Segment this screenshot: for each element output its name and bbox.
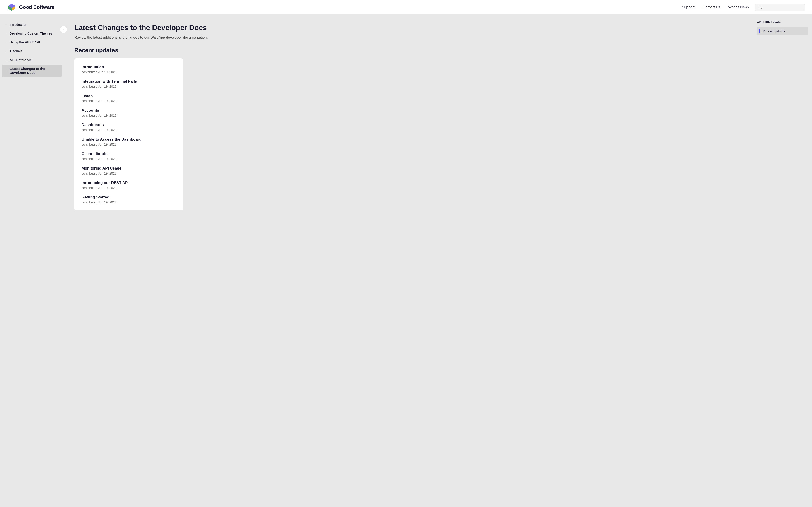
update-item: Dashboardscontributed Jun 19, 2023 xyxy=(82,123,176,132)
update-item: Getting Startedcontributed Jun 19, 2023 xyxy=(82,195,176,204)
page-title: Latest Changes to the Developer Docs xyxy=(74,23,742,32)
sidebar-item-api-reference[interactable]: • API Reference xyxy=(2,56,62,64)
update-title[interactable]: Client Libraries xyxy=(82,152,176,156)
sidebar-item-label: Developing Custom Themes xyxy=(9,32,52,35)
update-title[interactable]: Getting Started xyxy=(82,195,176,200)
update-title[interactable]: Introducing our REST API xyxy=(82,181,176,185)
sidebar-item-rest-api[interactable]: › Using the REST API xyxy=(2,38,62,46)
header: Good Software Support Contact us What's … xyxy=(0,0,812,14)
update-meta: contributed Jun 19, 2023 xyxy=(82,70,176,74)
update-item: Monitoring API Usagecontributed Jun 19, … xyxy=(82,166,176,175)
sidebar-item-label: Tutorials xyxy=(9,49,22,53)
update-title[interactable]: Introduction xyxy=(82,65,176,69)
search-bar[interactable] xyxy=(755,4,805,11)
svg-line-5 xyxy=(761,8,762,9)
sidebar-toggle[interactable]: ‹ xyxy=(60,26,67,33)
dot-icon: • xyxy=(7,59,7,61)
update-title[interactable]: Unable to Access the Dashboard xyxy=(82,137,176,142)
chevron-icon: › xyxy=(6,41,7,44)
svg-point-4 xyxy=(759,6,761,8)
dot-icon: • xyxy=(7,70,7,72)
page-subtitle: Review the latest additions and changes … xyxy=(74,36,742,40)
updates-card: Introductioncontributed Jun 19, 2023Inte… xyxy=(74,58,183,211)
update-meta: contributed Jun 19, 2023 xyxy=(82,128,176,132)
sidebar-item-label: Introduction xyxy=(9,23,27,26)
update-meta: contributed Jun 19, 2023 xyxy=(82,201,176,204)
logo-icon xyxy=(7,3,16,12)
sidebar-item-latest-changes[interactable]: • Latest Changes to the Developer Docs xyxy=(2,64,62,77)
logo-text: Good Software xyxy=(19,4,54,10)
update-item: Introductioncontributed Jun 19, 2023 xyxy=(82,65,176,74)
nav-whats-new[interactable]: What's New? xyxy=(728,5,750,9)
update-meta: contributed Jun 19, 2023 xyxy=(82,172,176,175)
chevron-icon: › xyxy=(6,32,7,35)
on-this-page-label: Recent updates xyxy=(763,30,785,33)
accent-bar xyxy=(759,29,760,34)
chevron-icon: › xyxy=(6,23,7,26)
update-meta: contributed Jun 19, 2023 xyxy=(82,99,176,103)
search-icon xyxy=(758,5,762,9)
update-meta: contributed Jun 19, 2023 xyxy=(82,84,176,88)
section-title: Recent updates xyxy=(74,47,742,54)
logo-area: Good Software xyxy=(7,3,682,12)
sidebar-item-introduction[interactable]: › Introduction xyxy=(2,20,62,29)
update-meta: contributed Jun 19, 2023 xyxy=(82,186,176,190)
update-title[interactable]: Integration with Terminal Fails xyxy=(82,79,176,84)
update-title[interactable]: Accounts xyxy=(82,108,176,113)
sidebar-item-label: Using the REST API xyxy=(9,40,40,44)
update-title[interactable]: Leads xyxy=(82,94,176,98)
on-this-page-title: On this Page xyxy=(757,20,808,23)
update-meta: contributed Jun 19, 2023 xyxy=(82,114,176,117)
left-sidebar: ‹ › Introduction › Developing Custom The… xyxy=(0,14,63,507)
main-content: Latest Changes to the Developer Docs Rev… xyxy=(63,14,753,507)
sidebar-item-custom-themes[interactable]: › Developing Custom Themes xyxy=(2,29,62,38)
on-this-page-item-recent-updates[interactable]: Recent updates xyxy=(757,27,808,35)
nav-contact[interactable]: Contact us xyxy=(703,5,720,9)
update-meta: contributed Jun 19, 2023 xyxy=(82,143,176,146)
update-title[interactable]: Dashboards xyxy=(82,123,176,127)
nav-support[interactable]: Support xyxy=(682,5,695,9)
nav-links: Support Contact us What's New? xyxy=(682,5,750,9)
update-meta: contributed Jun 19, 2023 xyxy=(82,157,176,161)
update-item: Accountscontributed Jun 19, 2023 xyxy=(82,108,176,117)
right-sidebar: On this Page Recent updates xyxy=(753,14,812,507)
sidebar-item-label: API Reference xyxy=(10,58,32,62)
update-item: Unable to Access the Dashboardcontribute… xyxy=(82,137,176,146)
update-item: Introducing our REST APIcontributed Jun … xyxy=(82,181,176,190)
update-title[interactable]: Monitoring API Usage xyxy=(82,166,176,171)
sidebar-item-tutorials[interactable]: › Tutorials xyxy=(2,47,62,55)
page-layout: ‹ › Introduction › Developing Custom The… xyxy=(0,14,812,507)
update-item: Leadscontributed Jun 19, 2023 xyxy=(82,94,176,103)
update-item: Integration with Terminal Failscontribut… xyxy=(82,79,176,88)
chevron-icon: › xyxy=(6,50,7,53)
sidebar-item-label: Latest Changes to the Developer Docs xyxy=(10,67,57,74)
update-item: Client Librariescontributed Jun 19, 2023 xyxy=(82,152,176,161)
